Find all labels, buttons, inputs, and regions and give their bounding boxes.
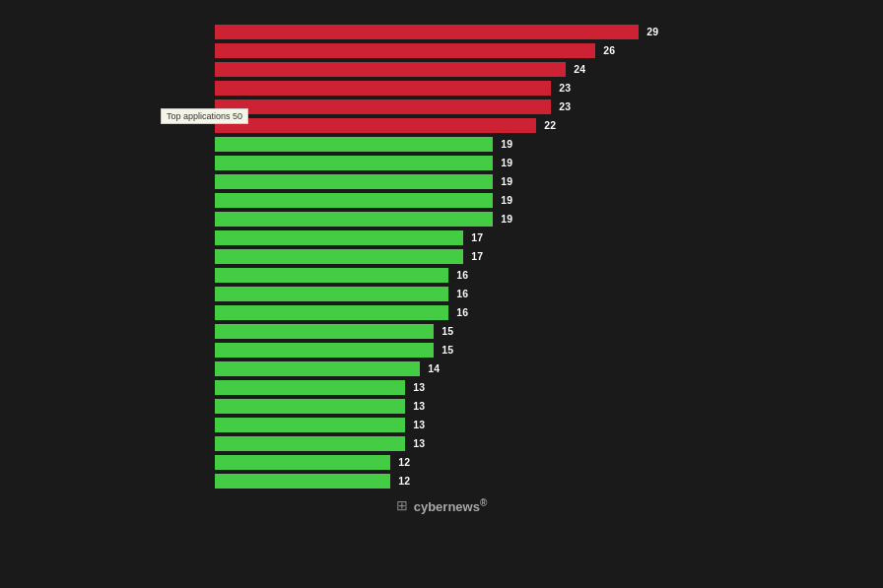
bar-value: 13 (413, 400, 425, 412)
bar-value: 19 (501, 175, 512, 187)
bar-fill: 19 (215, 193, 493, 208)
bar-row: X13 (215, 398, 846, 415)
brand-name: cybernews® (414, 497, 488, 514)
bar-value: 12 (398, 456, 410, 468)
bar-value: 16 (456, 306, 468, 318)
bar-row: WhatsApp Business23 (215, 98, 846, 115)
bar-fill: 23 (215, 99, 551, 114)
bar-fill: 16 (215, 268, 448, 283)
bar-value: 26 (603, 44, 615, 56)
bar-row: PARTAGE15 (215, 323, 846, 340)
bar-value: 14 (428, 362, 440, 374)
bar-row: Facebook Lite19 (215, 155, 846, 171)
bar-fill: 29 (215, 25, 639, 39)
bar-value: 16 (456, 288, 468, 299)
bar-row: FACEBOOK22 (215, 117, 846, 134)
chart-area: Top applications 50 Mon Jio29WhatsApp26T… (28, 24, 855, 490)
bar-value: 19 (501, 194, 512, 206)
bar-row: Telegram19 (215, 192, 846, 209)
bar-row: Flipcart16 (215, 286, 846, 302)
bar-fill: 22 (215, 118, 536, 133)
bar-value: 29 (646, 26, 658, 37)
bar-row: Sur Aliexpress16 (215, 304, 846, 321)
bar-fill: 16 (215, 287, 448, 301)
bar-row: TikTok13 (215, 379, 846, 396)
bar-row: INSTAGRAM19 (215, 136, 846, 153)
bar-value: 16 (456, 269, 468, 281)
bar-value: 24 (574, 63, 585, 75)
bar-fill: 12 (215, 474, 390, 489)
bar-value: 17 (471, 250, 483, 262)
bar-fill: 12 (215, 455, 390, 470)
tooltip-box: Top applications 50 (161, 108, 248, 124)
bar-value: 23 (559, 100, 571, 112)
bar-row: Lazada17 (215, 229, 846, 246)
bar-value: 22 (544, 119, 556, 131)
bar-value: 19 (501, 213, 512, 225)
chart-container: Top applications 50 Mon Jio29WhatsApp26T… (18, 14, 865, 575)
bar-row: Snapchat17 (215, 248, 846, 265)
bar-value: 15 (442, 325, 453, 337)
bar-value: 19 (501, 157, 512, 168)
bar-fill: 13 (215, 399, 405, 414)
bar-row: YOUTUBE12 (215, 473, 846, 490)
footer: ⊞ cybernews® (28, 497, 855, 514)
bar-row: WhatsApp26 (215, 42, 846, 59)
bar-fill: 19 (215, 174, 493, 189)
bar-fill: 14 (215, 361, 420, 376)
bar-fill: 19 (215, 137, 493, 152)
bar-fill: 15 (215, 343, 434, 358)
bar-row: ʝendes mobiles : Bang Bang13 (215, 417, 846, 433)
bar-row: Messages Google23 (215, 80, 846, 97)
bar-value: 15 (442, 344, 453, 356)
bar-fill: 26 (215, 43, 595, 58)
bar-row: Google Photos14 (215, 360, 846, 377)
bar-value: 12 (398, 475, 410, 487)
bar-row: Spotify12 (215, 454, 846, 471)
bar-fill: 19 (215, 212, 493, 227)
bar-row: Viber19 (215, 211, 846, 228)
bar-value: 13 (413, 381, 425, 393)
bar-fill: 13 (215, 418, 405, 432)
reg-symbol: ® (480, 497, 487, 508)
bar-row: Mon Jio29 (215, 24, 846, 40)
bar-fill: 13 (215, 436, 405, 451)
bar-value: 13 (413, 419, 425, 430)
bar-row: Google Chrome15 (215, 342, 846, 359)
bar-row: Truecaller24 (215, 61, 846, 78)
bar-row: Grab - Taxi & Nourriture13 (215, 435, 846, 452)
bar-fill: 23 (215, 81, 551, 96)
bar-row: Messenger19 (215, 173, 846, 190)
bar-value: 17 (471, 231, 483, 243)
bar-value: 23 (559, 82, 571, 94)
bar-value: 13 (413, 437, 425, 449)
bar-value: 19 (501, 138, 512, 150)
brand-icon: ⊞ (396, 497, 408, 513)
bar-fill: 15 (215, 324, 434, 339)
bar-fill: 19 (215, 156, 493, 170)
bar-row: Google Maps16 (215, 267, 846, 284)
bar-fill: 17 (215, 230, 463, 245)
bar-fill: 24 (215, 62, 566, 77)
bar-fill: 13 (215, 380, 405, 395)
bar-fill: 17 (215, 249, 463, 264)
bar-fill: 16 (215, 305, 448, 320)
